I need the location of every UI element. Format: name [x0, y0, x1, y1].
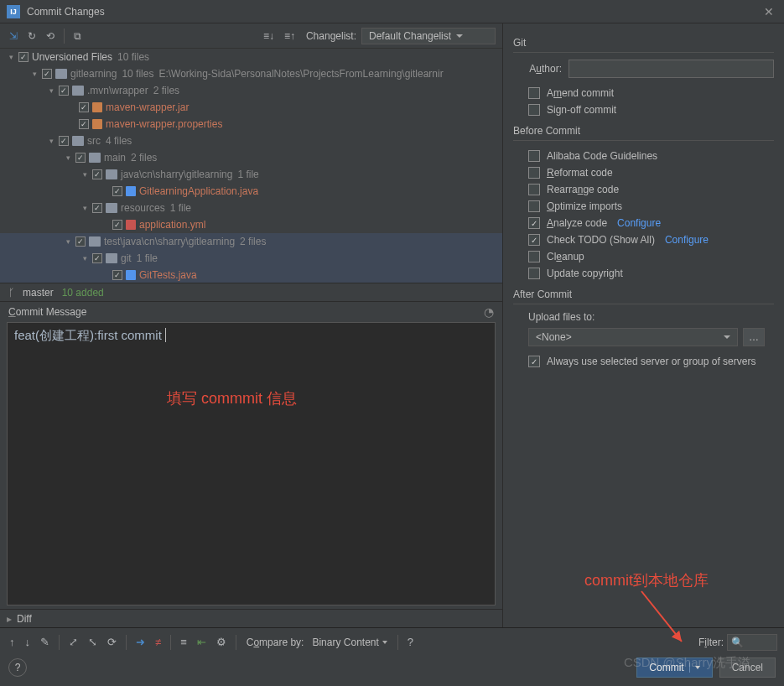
signoff-checkbox[interactable]: [528, 104, 540, 116]
checkbox[interactable]: [59, 136, 69, 146]
checkbox[interactable]: [18, 52, 29, 62]
close-button[interactable]: ✕: [761, 5, 777, 18]
tree-row[interactable]: ▾git1 file: [0, 250, 502, 267]
commit-message-input[interactable]: feat(创建工程):first commit 填写 commmit 信息: [7, 322, 496, 605]
expand-toggle[interactable]: ▾: [47, 86, 55, 95]
tree-row[interactable]: GitTests.java: [0, 267, 502, 283]
tree-row[interactable]: ▾main2 files: [0, 149, 502, 166]
branch-icon: ᚴ: [8, 287, 14, 299]
checkbox[interactable]: [112, 270, 122, 280]
help-icon[interactable]: ?: [405, 634, 416, 650]
todo-row[interactable]: Check TODO (Show All)Configure: [513, 231, 774, 248]
checkbox[interactable]: [112, 220, 122, 230]
tree-row[interactable]: ▾.mvn\wrapper2 files: [0, 82, 502, 99]
checkbox[interactable]: [528, 167, 540, 179]
compare-by-combo[interactable]: Binary Content: [309, 635, 390, 650]
cancel-button[interactable]: Cancel: [719, 657, 776, 678]
whitespace-icon[interactable]: ≡: [178, 634, 190, 650]
tree-root[interactable]: ▾ Unversioned Files 10 files: [0, 49, 502, 65]
prev-diff-icon[interactable]: ↑: [7, 634, 18, 650]
checkbox[interactable]: [528, 268, 540, 279]
tree-row[interactable]: ▾test\java\cn\sharry\gitlearning2 files: [0, 233, 502, 250]
commit-button[interactable]: Commit: [636, 657, 712, 678]
rearrange-row[interactable]: Rearrange code: [513, 181, 774, 198]
expand-toggle[interactable]: ▾: [80, 204, 89, 212]
group-by-icon[interactable]: ⧉: [71, 29, 84, 44]
checkbox[interactable]: [75, 153, 86, 163]
changelist-combo[interactable]: Default Changelist: [361, 28, 496, 44]
checkbox[interactable]: [528, 200, 540, 212]
git-section-title: Git: [513, 37, 774, 53]
reject-icon[interactable]: ≠: [153, 634, 164, 650]
rollback-icon[interactable]: ⟲: [44, 29, 57, 44]
file-tree[interactable]: ▾ Unversioned Files 10 files ▾gitlearnin…: [0, 49, 502, 283]
expand-toggle[interactable]: ▾: [64, 153, 72, 162]
tree-row[interactable]: maven-wrapper.jar: [0, 99, 502, 116]
checkbox[interactable]: [59, 86, 69, 96]
checkbox[interactable]: [528, 184, 540, 195]
diff-label: Diff: [17, 613, 32, 625]
checkbox[interactable]: [79, 102, 89, 112]
refresh-icon[interactable]: ↻: [25, 29, 39, 44]
always-use-row[interactable]: Always use selected server or group of s…: [528, 353, 774, 370]
apply-icon[interactable]: ⇤: [195, 634, 209, 650]
checkbox[interactable]: [528, 356, 540, 367]
tree-row[interactable]: ▾src4 files: [0, 133, 502, 149]
author-input[interactable]: [569, 60, 774, 78]
show-diff-icon[interactable]: ⇲: [7, 29, 20, 44]
checkbox[interactable]: [528, 150, 540, 162]
expand-toggle[interactable]: ▾: [47, 137, 55, 145]
expand-toggle[interactable]: ▾: [80, 170, 89, 179]
filter-input[interactable]: 🔍: [727, 634, 777, 651]
analyze-row[interactable]: Analyze codeConfigure: [513, 215, 774, 231]
collapse-all-icon[interactable]: ≡↑: [282, 29, 298, 44]
refresh-icon[interactable]: ⟳: [105, 634, 119, 650]
checkbox[interactable]: [79, 119, 89, 129]
checkbox[interactable]: [112, 186, 122, 196]
help-button[interactable]: ?: [8, 658, 27, 677]
diff-header[interactable]: ▸ Diff: [0, 609, 502, 627]
upload-more-button[interactable]: …: [743, 328, 765, 346]
highlight-icon[interactable]: ✎: [38, 634, 52, 650]
collapse-icon[interactable]: ⤡: [86, 634, 100, 650]
checkbox[interactable]: [75, 236, 86, 247]
configure-link[interactable]: Configure: [665, 234, 709, 246]
alibaba-row[interactable]: Alibaba Code Guidelines: [513, 148, 774, 164]
tree-root-label: Unversioned Files: [32, 51, 112, 63]
expand-icon[interactable]: ⤢: [66, 634, 80, 650]
tree-row[interactable]: ▾gitlearning10 filesE:\Working-Sida\Pers…: [0, 65, 502, 82]
checkbox[interactable]: [92, 253, 102, 263]
configure-link[interactable]: Configure: [617, 217, 661, 229]
expand-toggle[interactable]: ▾: [64, 237, 72, 246]
expand-all-icon[interactable]: ≡↓: [261, 29, 277, 44]
expand-toggle[interactable]: ▾: [7, 53, 15, 61]
tree-row[interactable]: maven-wrapper.properties: [0, 116, 502, 133]
checkbox[interactable]: [92, 203, 102, 213]
settings-icon[interactable]: ⚙: [214, 634, 229, 650]
amend-checkbox[interactable]: [528, 87, 540, 99]
history-icon[interactable]: ◔: [484, 305, 494, 319]
expand-toggle[interactable]: ▾: [30, 70, 39, 78]
checkbox[interactable]: [92, 169, 102, 179]
copyright-row[interactable]: Update copyright: [513, 265, 774, 282]
cleanup-row[interactable]: Cleanup: [513, 248, 774, 265]
amend-commit-row[interactable]: Amend commit: [513, 85, 774, 101]
reformat-row[interactable]: Reformat code: [513, 164, 774, 181]
tree-row[interactable]: GitlearningApplication.java: [0, 183, 502, 200]
accept-icon[interactable]: ➜: [133, 634, 148, 650]
checkbox[interactable]: [42, 69, 52, 79]
changes-toolbar: ⇲ ↻ ⟲ ⧉ ≡↓ ≡↑ Changelist: Default Change…: [0, 23, 502, 49]
upload-combo[interactable]: <None>: [528, 328, 738, 346]
signoff-row[interactable]: Sign-off commit: [513, 101, 774, 118]
optimize-row[interactable]: Optimize imports: [513, 198, 774, 215]
separator: [64, 29, 65, 44]
tree-row[interactable]: application.yml: [0, 216, 502, 233]
checkbox[interactable]: [528, 251, 540, 262]
tree-row[interactable]: ▾java\cn\sharry\gitlearning1 file: [0, 166, 502, 183]
expand-toggle[interactable]: ▾: [80, 254, 89, 262]
checkbox[interactable]: [528, 217, 540, 229]
tree-row[interactable]: ▾resources1 file: [0, 200, 502, 216]
tree-count: 1 file: [237, 169, 258, 180]
checkbox[interactable]: [528, 234, 540, 246]
next-diff-icon[interactable]: ↓: [23, 634, 34, 650]
